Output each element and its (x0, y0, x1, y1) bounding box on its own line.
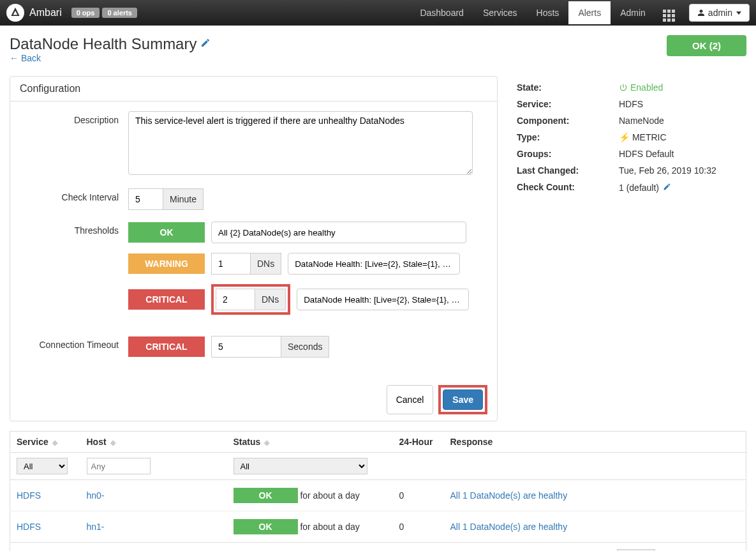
cancel-button[interactable]: Cancel (387, 385, 434, 414)
save-highlight: Save (438, 385, 487, 414)
label-check-interval: Check Interval (20, 188, 128, 202)
hour24-value: 0 (393, 511, 444, 543)
description-textarea[interactable]: This service-level alert is triggered if… (128, 111, 473, 175)
component-value: NameNode (619, 116, 746, 126)
type-value: ⚡ METRIC (619, 132, 746, 142)
nav-services[interactable]: Services (473, 1, 527, 24)
col-status[interactable]: Status ◆ (227, 432, 393, 453)
back-link[interactable]: ← Back (10, 53, 211, 63)
service-link[interactable]: HDFS (17, 490, 41, 501)
config-heading: Configuration (10, 77, 497, 102)
filter-host[interactable] (87, 458, 151, 474)
edit-icon[interactable] (200, 38, 211, 50)
brand-text: Ambari (29, 7, 62, 19)
timeout-unit: Seconds (281, 336, 329, 358)
status-badge[interactable]: OK (2) (667, 35, 746, 56)
state-label: State: (517, 82, 619, 93)
filter-status[interactable]: All (233, 458, 367, 474)
warning-unit: DNs (251, 253, 281, 275)
status-text: for about a day (300, 522, 359, 532)
navbar: Ambari 0 ops 0 alerts Dashboard Services… (0, 0, 756, 26)
ok-badge: OK (128, 222, 205, 243)
info-panel: State: Enabled Service: HDFS Component: … (510, 76, 746, 421)
label-description: Description (20, 111, 128, 125)
user-menu[interactable]: admin (689, 4, 750, 22)
groups-label: Groups: (517, 149, 619, 159)
type-label: Type: (517, 132, 619, 142)
check-count-value: 1 (default) (619, 182, 746, 193)
host-link[interactable]: hn1- (87, 522, 105, 532)
ok-text-input[interactable] (211, 222, 466, 243)
logo-icon (6, 4, 24, 22)
nav-hosts[interactable]: Hosts (527, 1, 569, 24)
service-link[interactable]: HDFS (17, 522, 41, 532)
check-count-label: Check Count: (517, 182, 619, 193)
interval-unit: Minute (163, 188, 204, 210)
save-button[interactable]: Save (443, 389, 483, 410)
sort-icon: ◆ (110, 439, 115, 446)
label-connection-timeout: Connection Timeout (20, 336, 128, 350)
last-changed-label: Last Changed: (517, 165, 619, 176)
response-link[interactable]: All 1 DataNode(s) are healthy (450, 522, 568, 532)
table-row: HDFShn0-OK for about a day0All 1 DataNod… (10, 480, 746, 511)
nav-dashboard[interactable]: Dashboard (410, 1, 473, 24)
service-value: HDFS (619, 99, 746, 109)
filter-service[interactable]: All (17, 458, 68, 474)
status-ok-badge: OK (233, 519, 298, 534)
hour24-value: 0 (393, 480, 444, 511)
groups-value: HDFS Default (619, 149, 746, 159)
last-changed-value: Tue, Feb 26, 2019 10:32 (619, 165, 746, 176)
host-link[interactable]: hn0- (87, 490, 105, 501)
nav-admin[interactable]: Admin (611, 1, 655, 24)
instances-table: Service ◆ Host ◆ Status ◆ 24-Hour Respon… (10, 431, 746, 543)
table-row: HDFShn1-OK for about a day0All 1 DataNod… (10, 511, 746, 543)
warning-badge: WARNING (128, 253, 205, 274)
ops-badge[interactable]: 0 ops (71, 8, 100, 18)
alerts-badge[interactable]: 0 alerts (102, 8, 137, 18)
edit-check-count-icon[interactable] (663, 182, 671, 193)
brand[interactable]: Ambari (6, 4, 62, 22)
warning-value-input[interactable] (211, 253, 251, 275)
timeout-badge: CRITICAL (128, 336, 205, 357)
nav-alerts[interactable]: Alerts (568, 1, 611, 24)
config-panel: Configuration Description This service-l… (10, 76, 498, 421)
pager: Show: 10 1 - 2 of 2 ← → (10, 543, 746, 551)
col-24hour: 24-Hour (393, 432, 444, 453)
apps-grid-icon[interactable] (655, 0, 683, 27)
critical-text-input[interactable] (297, 289, 469, 310)
sort-icon: ◆ (264, 439, 269, 446)
critical-badge: CRITICAL (128, 289, 205, 310)
timeout-value-input[interactable] (211, 336, 281, 358)
label-thresholds: Thresholds (20, 222, 128, 236)
user-label: admin (708, 8, 732, 18)
critical-unit: DNs (255, 289, 286, 310)
critical-value-input[interactable] (216, 289, 255, 310)
response-link[interactable]: All 1 DataNode(s) are healthy (450, 490, 568, 501)
status-text: for about a day (300, 490, 359, 501)
critical-highlight: DNs (211, 284, 290, 315)
caret-icon (736, 11, 741, 15)
back-label: Back (21, 53, 41, 63)
service-label: Service: (517, 99, 619, 109)
warning-text-input[interactable] (288, 253, 460, 275)
page-title: DataNode Health Summary (10, 35, 196, 53)
status-ok-badge: OK (233, 488, 298, 503)
sort-icon: ◆ (52, 439, 57, 446)
col-host[interactable]: Host ◆ (80, 432, 227, 453)
col-service[interactable]: Service ◆ (10, 432, 80, 453)
component-label: Component: (517, 116, 619, 126)
col-response: Response (444, 432, 746, 453)
state-value[interactable]: Enabled (619, 82, 746, 93)
interval-input[interactable] (128, 188, 163, 210)
